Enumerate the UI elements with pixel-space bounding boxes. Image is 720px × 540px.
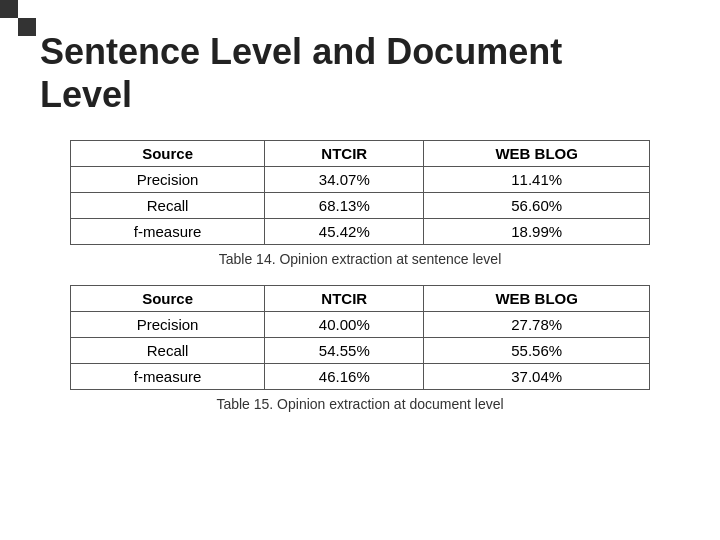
corner-decoration	[0, 0, 36, 36]
cell-recall-ntcir: 54.55%	[265, 338, 424, 364]
cell-recall-label: Recall	[71, 193, 265, 219]
cell-recall-webblog: 55.56%	[424, 338, 650, 364]
header-ntcir: NTCIR	[265, 141, 424, 167]
table1-section: Source NTCIR WEB BLOG Precision 34.07% 1…	[40, 140, 680, 267]
cell-fmeasure-ntcir: 45.42%	[265, 219, 424, 245]
slide-container: Sentence Level and Document Level Source…	[0, 0, 720, 540]
cell-precision-ntcir: 34.07%	[265, 167, 424, 193]
cell-recall-ntcir: 68.13%	[265, 193, 424, 219]
cell-fmeasure-label: f-measure	[71, 364, 265, 390]
cell-recall-label: Recall	[71, 338, 265, 364]
table-row: Precision 34.07% 11.41%	[71, 167, 650, 193]
slide-title: Sentence Level and Document Level	[40, 30, 680, 116]
cell-fmeasure-webblog: 18.99%	[424, 219, 650, 245]
table-row: f-measure 46.16% 37.04%	[71, 364, 650, 390]
table-row: f-measure 45.42% 18.99%	[71, 219, 650, 245]
cell-recall-webblog: 56.60%	[424, 193, 650, 219]
table-row: Source NTCIR WEB BLOG	[71, 286, 650, 312]
cell-fmeasure-label: f-measure	[71, 219, 265, 245]
cell-precision-ntcir: 40.00%	[265, 312, 424, 338]
header-source: Source	[71, 286, 265, 312]
cell-precision-label: Precision	[71, 312, 265, 338]
header-webblog: WEB BLOG	[424, 141, 650, 167]
table-row: Source NTCIR WEB BLOG	[71, 141, 650, 167]
document-level-table: Source NTCIR WEB BLOG Precision 40.00% 2…	[70, 285, 650, 390]
header-ntcir: NTCIR	[265, 286, 424, 312]
title-line1: Sentence Level and Document	[40, 31, 562, 72]
cell-precision-webblog: 27.78%	[424, 312, 650, 338]
sentence-level-table: Source NTCIR WEB BLOG Precision 34.07% 1…	[70, 140, 650, 245]
title-line2: Level	[40, 74, 132, 115]
cell-fmeasure-ntcir: 46.16%	[265, 364, 424, 390]
table-row: Recall 68.13% 56.60%	[71, 193, 650, 219]
header-webblog: WEB BLOG	[424, 286, 650, 312]
cell-precision-label: Precision	[71, 167, 265, 193]
table-row: Recall 54.55% 55.56%	[71, 338, 650, 364]
cell-precision-webblog: 11.41%	[424, 167, 650, 193]
table2-section: Source NTCIR WEB BLOG Precision 40.00% 2…	[40, 285, 680, 412]
header-source: Source	[71, 141, 265, 167]
table1-caption: Table 14. Opinion extraction at sentence…	[40, 251, 680, 267]
table2-caption: Table 15. Opinion extraction at document…	[40, 396, 680, 412]
cell-fmeasure-webblog: 37.04%	[424, 364, 650, 390]
table-row: Precision 40.00% 27.78%	[71, 312, 650, 338]
